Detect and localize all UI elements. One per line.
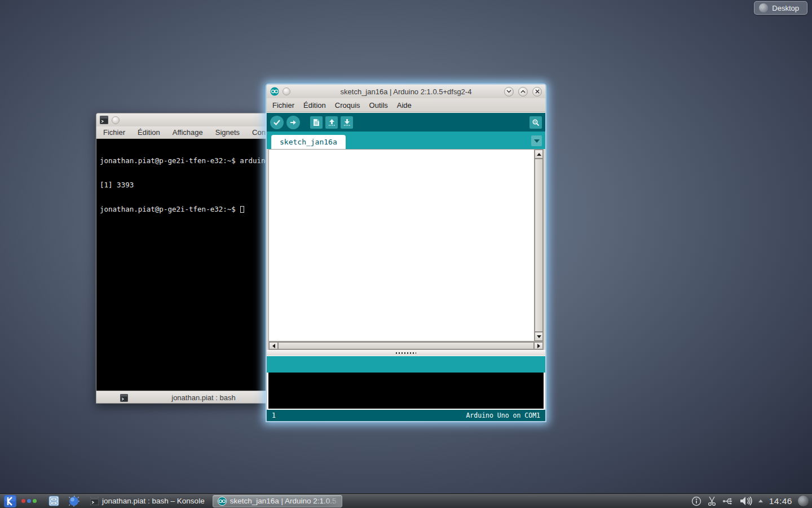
minimize-button[interactable] — [504, 87, 514, 97]
konsole-tab-label: jonathan.piat : bash — [171, 393, 235, 402]
status-line-number: 1 — [272, 411, 276, 419]
system-tray: 14:46 — [691, 496, 810, 506]
horizontal-scrollbar-thumb[interactable] — [278, 342, 534, 349]
notifications-icon[interactable] — [691, 496, 701, 506]
close-button[interactable] — [532, 87, 542, 97]
chevron-down-icon — [534, 139, 540, 143]
arduino-icon — [270, 87, 279, 96]
serial-monitor-button[interactable] — [529, 116, 542, 129]
arduino-toolbar — [267, 112, 545, 132]
scroll-left-button[interactable] — [269, 342, 278, 349]
panel-toolbox-cashew-icon[interactable] — [798, 496, 809, 506]
cashew-icon — [759, 3, 768, 12]
file-manager-launcher[interactable] — [47, 494, 61, 508]
arduino-tabstrip: sketch_jan16a — [267, 132, 545, 149]
konsole-tab-icon — [120, 394, 128, 402]
menu-aide[interactable]: Aide — [397, 101, 412, 110]
arduino-title: sketch_jan16a | Arduino 2:1.0.5+dfsg2-4 — [267, 87, 545, 96]
clock[interactable]: 14:46 — [769, 496, 792, 506]
scroll-up-button[interactable] — [535, 150, 543, 159]
vertical-scrollbar[interactable] — [534, 149, 544, 341]
taskbar-item-konsole[interactable]: jonathan.piat : bash – Konsole — [86, 495, 209, 507]
activity-dots[interactable] — [18, 499, 40, 503]
message-bar — [267, 356, 545, 373]
menu-fichier[interactable]: Fichier — [272, 101, 294, 110]
save-button[interactable] — [341, 116, 353, 129]
task-label: sketch_jan16a | Arduino 2:1.0.5 — [230, 497, 337, 505]
arduino-window: sketch_jan16a | Arduino 2:1.0.5+dfsg2-4 … — [266, 84, 546, 422]
web-browser-launcher[interactable] — [67, 494, 81, 508]
green-dot-icon — [33, 499, 37, 503]
code-editor[interactable] — [268, 149, 534, 341]
terminal-cursor — [240, 206, 244, 213]
usb-device-icon[interactable] — [722, 497, 734, 506]
arduino-statusbar: 1 Arduino Uno on COM1 — [267, 410, 545, 421]
status-board-port: Arduino Uno on COM1 — [466, 411, 540, 419]
scroll-down-button[interactable] — [535, 332, 543, 341]
terminal-prompt: jonathan.piat@p-ge2i-tfen-e32:~$ — [100, 205, 240, 213]
window-menu-button[interactable] — [112, 116, 120, 124]
task-label: jonathan.piat : bash – Konsole — [102, 497, 205, 505]
arduino-titlebar[interactable]: sketch_jan16a | Arduino 2:1.0.5+dfsg2-4 — [267, 85, 545, 98]
menu-signets[interactable]: Signets — [215, 128, 240, 137]
console-splitter[interactable] — [267, 350, 545, 356]
upload-button[interactable] — [286, 116, 300, 129]
menu-fichier[interactable]: Fichier — [103, 128, 125, 137]
arduino-menubar: Fichier Édition Croquis Outils Aide — [267, 98, 545, 112]
menu-edition[interactable]: Édition — [303, 101, 326, 110]
tray-expand-icon[interactable] — [758, 499, 764, 503]
splitter-grip-icon — [396, 352, 416, 354]
volume-icon[interactable] — [740, 496, 752, 506]
desktop-toolbox-button[interactable]: Desktop — [754, 1, 807, 15]
clipboard-icon[interactable] — [707, 496, 717, 506]
sketch-tab-label: sketch_jan16a — [280, 138, 337, 146]
vertical-scrollbar-thumb[interactable] — [535, 159, 543, 332]
tab-menu-button[interactable] — [531, 135, 542, 146]
console-output[interactable] — [267, 373, 545, 410]
verify-button[interactable] — [270, 116, 284, 129]
horizontal-scrollbar[interactable] — [268, 341, 544, 350]
arduino-icon — [218, 497, 227, 506]
kde-menu-button[interactable] — [2, 494, 18, 508]
scroll-right-button[interactable] — [534, 342, 543, 349]
maximize-button[interactable] — [518, 87, 528, 97]
new-sketch-button[interactable] — [310, 116, 323, 129]
window-menu-button[interactable] — [283, 87, 290, 95]
taskbar-item-arduino[interactable]: sketch_jan16a | Arduino 2:1.0.5 — [213, 495, 342, 507]
konsole-icon — [100, 116, 108, 124]
menu-outils[interactable]: Outils — [369, 101, 388, 110]
menu-affichage[interactable]: Affichage — [173, 128, 203, 137]
sketch-tab[interactable]: sketch_jan16a — [271, 135, 346, 149]
blue-dot-icon — [27, 499, 31, 503]
konsole-icon — [90, 497, 99, 505]
menu-edition[interactable]: Édition — [138, 128, 160, 137]
menu-croquis[interactable]: Croquis — [335, 101, 360, 110]
desktop-toolbox-label: Desktop — [772, 4, 799, 12]
open-button[interactable] — [325, 116, 338, 129]
red-dot-icon — [21, 499, 25, 503]
taskbar: jonathan.piat : bash – Konsole sketch_ja… — [0, 493, 812, 508]
